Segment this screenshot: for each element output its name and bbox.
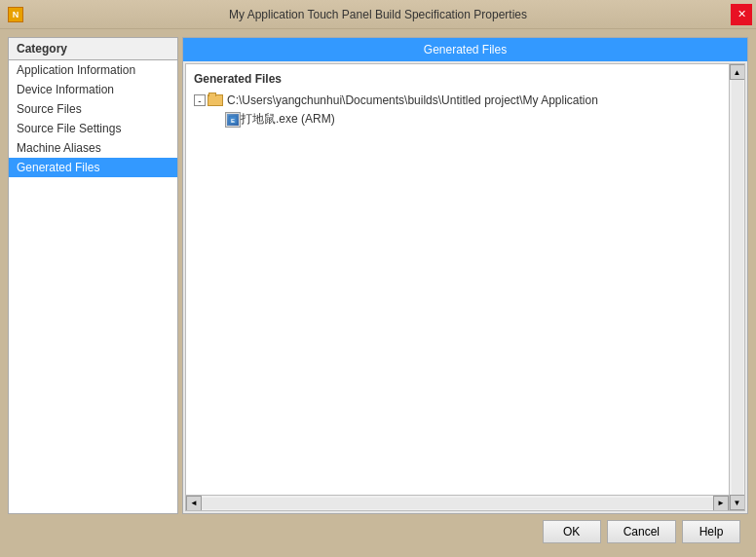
bottom-button-area: OK Cancel Help: [8, 514, 748, 549]
scroll-right-button[interactable]: ►: [713, 496, 729, 511]
main-content: Category Application Information Device …: [0, 29, 756, 557]
tree-folder-row: - C:\Users\yangchunhui\Documents\builds\…: [194, 92, 725, 109]
sidebar-item-source-file-settings[interactable]: Source File Settings: [9, 119, 177, 138]
scroll-up-button[interactable]: ▲: [730, 64, 745, 80]
scrollbar-horizontal[interactable]: ◄ ►: [186, 495, 729, 510]
scrollbar-vertical[interactable]: ▲ ▼: [729, 64, 744, 510]
content-area: Category Application Information Device …: [8, 37, 748, 514]
tree-container[interactable]: - C:\Users\yangchunhui\Documents\builds\…: [194, 92, 725, 130]
app-icon: N: [8, 7, 23, 22]
close-button[interactable]: ✕: [731, 4, 752, 25]
folder-path: C:\Users\yangchunhui\Documents\builds\Un…: [227, 93, 598, 107]
panel-body: Generated Files - C:\Users\yangchunhui\D…: [186, 64, 744, 510]
app-icon-label: N: [13, 10, 19, 19]
panel-header: Generated Files: [183, 38, 747, 61]
sidebar: Category Application Information Device …: [8, 37, 178, 514]
scrollbar-track-vertical[interactable]: [732, 80, 743, 495]
help-button[interactable]: Help: [682, 520, 740, 543]
file-name: 打地鼠.exe (ARM): [241, 111, 335, 128]
folder-icon: [208, 94, 223, 106]
title-bar: N My Application Touch Panel Build Speci…: [0, 0, 756, 29]
sidebar-item-device-information[interactable]: Device Information: [9, 80, 177, 99]
cancel-button[interactable]: Cancel: [607, 520, 676, 543]
svg-text:E: E: [231, 117, 235, 123]
generated-files-title: Generated Files: [194, 72, 725, 86]
window-title: My Application Touch Panel Build Specifi…: [229, 8, 527, 21]
main-window: N My Application Touch Panel Build Speci…: [0, 0, 756, 557]
scroll-down-button[interactable]: ▼: [730, 495, 745, 510]
exe-icon-inner: E: [227, 114, 239, 126]
right-panel: Generated Files Generated Files - C:\Use…: [182, 37, 748, 514]
exe-icon: E: [225, 112, 241, 128]
scrollbar-track-horizontal[interactable]: [202, 498, 713, 509]
sidebar-item-source-files[interactable]: Source Files: [9, 99, 177, 119]
sidebar-item-application-information[interactable]: Application Information: [9, 60, 177, 80]
tree-toggle[interactable]: -: [194, 94, 206, 106]
scroll-left-button[interactable]: ◄: [186, 496, 202, 511]
ok-button[interactable]: OK: [543, 520, 601, 543]
tree-file-row: E 打地鼠.exe (ARM): [225, 109, 725, 130]
sidebar-item-generated-files[interactable]: Generated Files: [9, 158, 177, 177]
sidebar-item-machine-aliases[interactable]: Machine Aliases: [9, 138, 177, 158]
sidebar-header: Category: [9, 38, 177, 60]
